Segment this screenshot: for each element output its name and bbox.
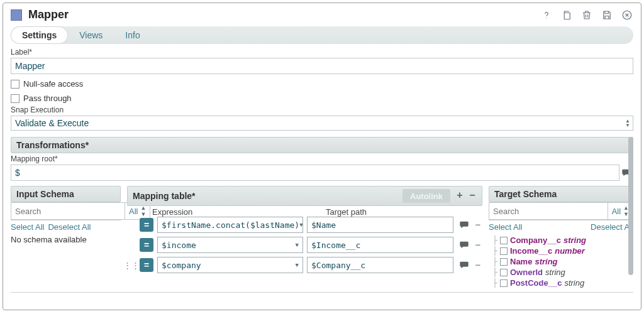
field-type: number [555,246,585,256]
scroll-thumb[interactable] [628,137,633,275]
expression-input[interactable]: $income▼ [157,237,303,253]
input-schema-header: Input Schema [11,186,121,202]
field-name: Name [510,257,532,266]
field-type: string [545,268,565,277]
field-name: Income__c [510,246,552,256]
expression-input[interactable]: $company▼ [157,257,303,273]
field-name: Company__c [510,236,561,245]
expression-toggle-button[interactable]: = [140,238,153,252]
mapping-root-label: Mapping root* [11,154,633,163]
transformations-header: Transformations* [11,137,633,153]
help-icon[interactable] [540,9,553,21]
scroll-body: Transformations* Mapping root* Input Sch… [11,137,633,307]
copy-icon[interactable] [560,9,573,21]
tree-checkbox[interactable] [500,258,508,266]
mapping-row: =$income▼$Income__c− [127,237,482,253]
mapping-row: =$firstName.concat($lastName)▼$Name− [127,217,482,233]
save-icon[interactable] [601,9,613,21]
mapping-columns: Input Schema All▲▼ Select All Deselect A… [11,186,633,288]
drag-handle-icon[interactable]: ⋮⋮ [127,261,136,270]
title-bar: Mapper [11,8,633,21]
pass-through-checkbox[interactable] [11,94,19,103]
mapping-rows-container: =$firstName.concat($lastName)▼$Name−=$in… [127,217,482,277]
chevron-down-icon[interactable]: ▼ [299,222,303,228]
tab-info[interactable]: Info [114,26,151,44]
remove-row-button[interactable]: − [474,221,482,229]
field-type: string [564,236,586,245]
tab-settings[interactable]: Settings [11,26,68,44]
tree-branch-icon: ├ [489,236,497,245]
tree-branch-icon: ├ [489,278,497,288]
snap-exec-label: Snap Execution [11,106,633,114]
mapper-snap-icon [11,9,22,21]
null-safe-checkbox[interactable] [11,80,19,89]
tree-checkbox[interactable] [500,269,508,276]
suggest-icon[interactable] [457,258,471,272]
input-select-all[interactable]: Select All [11,222,44,232]
target-path-input[interactable]: $Income__c [307,237,453,253]
tree-row[interactable]: ├PostCode__c string [489,278,633,288]
input-no-schema-msg: No schema available [11,235,121,244]
tree-branch-icon: ├ [489,246,497,256]
close-icon[interactable] [621,9,633,21]
tree-row[interactable]: ├Company__c string [489,235,633,246]
suggest-icon[interactable] [457,218,471,232]
target-path-col-header: Target path [322,207,482,217]
target-select-all[interactable]: Select All [489,222,522,232]
expression-toggle-button[interactable]: = [140,218,153,232]
field-name: PostCode__c [510,278,562,288]
target-schema-panel: Target Schema All▲▼ Select All Deselect … [489,186,633,288]
tree-row[interactable]: ├Income__c number [489,246,633,256]
svg-rect-1 [564,13,570,19]
tree-row[interactable]: ├OwnerId string [489,267,633,278]
label-input[interactable] [11,58,633,74]
mapping-table-header: Mapping table* Autolink + − [127,186,482,206]
remove-row-button[interactable]: − [468,192,477,200]
mapping-row: ⋮⋮=$company▼$Company__c− [127,257,482,273]
target-tree: ├Company__c string├Income__c number├Name… [489,235,633,288]
target-schema-search[interactable] [489,202,608,220]
null-safe-row[interactable]: Null-safe access [11,79,633,89]
vertical-scrollbar[interactable] [627,137,633,307]
tree-branch-icon: ├ [489,257,497,266]
expression-input[interactable]: $firstName.concat($lastName)▼ [157,217,303,233]
chevron-down-icon[interactable]: ▼ [296,242,299,248]
target-path-input[interactable]: $Company__c [307,257,453,273]
mapping-root-row: Mapping root* [11,154,633,181]
field-name: OwnerId [510,268,543,277]
snap-exec-select[interactable]: Validate & Execute [11,116,623,130]
mapping-root-input[interactable] [11,165,619,181]
target-path-input[interactable]: $Name [307,217,453,233]
tree-checkbox[interactable] [500,247,508,255]
label-field-row: Label* [11,48,633,74]
tree-row[interactable]: ├Name string [489,256,633,267]
pass-through-row[interactable]: Pass through [11,94,633,103]
autolink-button[interactable]: Autolink [402,189,450,203]
suggest-icon[interactable] [457,238,471,252]
chevron-down-icon[interactable]: ▼ [296,262,299,268]
input-schema-search[interactable] [11,202,125,220]
expression-toggle-button[interactable]: = [140,258,153,272]
tab-views[interactable]: Views [68,26,114,44]
add-row-button[interactable]: + [455,192,464,200]
remove-row-button[interactable]: − [474,261,482,269]
dialog-title: Mapper [28,8,540,21]
expression-col-header: Expression [127,207,322,217]
target-schema-header: Target Schema [489,186,633,202]
null-safe-label: Null-safe access [23,79,83,89]
mapping-table-panel: Mapping table* Autolink + − Expression T… [127,186,482,288]
tree-checkbox[interactable] [500,279,508,287]
snap-exec-stepper-icon[interactable]: ▲▼ [623,116,633,130]
pass-through-label: Pass through [23,94,72,103]
horizontal-scrollbar[interactable] [11,292,633,300]
tree-checkbox[interactable] [500,237,508,244]
mapper-dialog: Mapper Settings Views Info Label* Null-s… [3,3,641,310]
remove-row-button[interactable]: − [474,241,482,249]
snap-exec-row: Snap Execution Validate & Execute ▲▼ [11,106,633,131]
field-type: string [564,278,584,288]
delete-icon[interactable] [580,9,593,21]
tree-branch-icon: ├ [489,268,497,277]
tab-bar: Settings Views Info [11,26,633,44]
input-deselect-all[interactable]: Deselect All [48,222,91,232]
field-type: string [535,257,557,266]
